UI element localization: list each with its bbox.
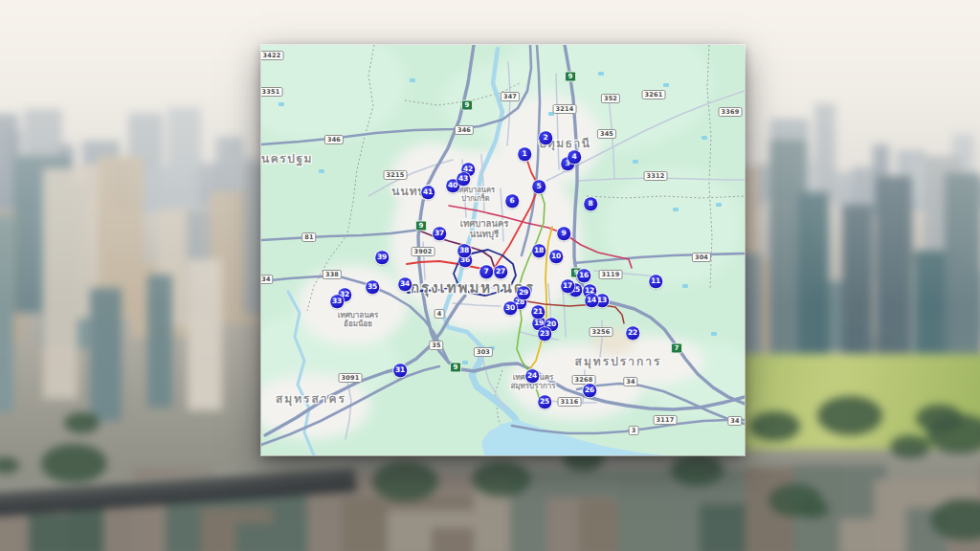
tree-clump [926, 414, 980, 453]
motorway-shield: 9 [415, 221, 427, 231]
building [43, 168, 78, 399]
place-label: เทศบาลนคร ปากเกร็ด [457, 187, 495, 203]
route-shield: 3256 [590, 327, 613, 337]
route-shield: 346 [324, 135, 344, 144]
map-marker-6[interactable]: 6 [505, 194, 519, 208]
map-marker-5[interactable]: 5 [532, 180, 546, 193]
route-shield: 3312 [644, 171, 668, 181]
route-shield: 34 [261, 275, 274, 284]
route-shield: 3117 [654, 415, 678, 425]
route-shield: 347 [501, 92, 520, 101]
route-shield: 3119 [599, 270, 623, 279]
map-marker-27[interactable]: 27 [494, 265, 507, 278]
map-marker-8[interactable]: 8 [584, 197, 597, 210]
tree-clump [372, 461, 438, 500]
route-shield: 81 [301, 232, 316, 242]
map-marker-1[interactable]: 1 [518, 147, 531, 161]
map-marker-16[interactable]: 16 [577, 269, 590, 282]
map-marker-11[interactable]: 11 [649, 275, 662, 288]
place-label: สมุทรสาคร [276, 393, 346, 407]
route-shield: 338 [323, 270, 342, 279]
map-marker-41[interactable]: 41 [421, 186, 434, 199]
map-marker-33[interactable]: 33 [330, 295, 344, 308]
map-marker-24[interactable]: 24 [525, 369, 539, 383]
map-marker-21[interactable]: 21 [531, 305, 545, 319]
place-label: เทศบาลนคร อ้อมน้อย [338, 311, 379, 328]
route-shield: 3261 [642, 90, 666, 99]
map-marker-4[interactable]: 4 [568, 150, 581, 164]
route-shield: 304 [692, 253, 711, 262]
tree-clump [817, 396, 882, 435]
map-marker-25[interactable]: 25 [538, 395, 551, 408]
tree-clump [41, 444, 107, 483]
route-shield: 4 [434, 309, 445, 319]
map-marker-9[interactable]: 9 [557, 227, 570, 240]
route-shield: 34 [623, 377, 637, 386]
motorway-shield: 9 [565, 72, 576, 82]
map-marker-39[interactable]: 39 [375, 251, 389, 264]
map-marker-7[interactable]: 7 [479, 265, 493, 278]
building [188, 259, 222, 410]
building [147, 275, 172, 408]
route-shield: 3091 [339, 373, 363, 383]
map-marker-43[interactable]: 43 [457, 172, 470, 186]
map-marker-37[interactable]: 37 [433, 227, 446, 240]
route-shield: 3 [629, 426, 639, 435]
building [90, 288, 122, 421]
place-label: สมุทรปราการ [575, 356, 662, 369]
map-marker-10[interactable]: 10 [549, 250, 563, 263]
motorway-shield: 7 [671, 343, 682, 354]
screenshot-root: นครปฐมปทุมธานีนนทบุรีสมุทรปราการสมุทรสาค… [0, 0, 980, 551]
map-marker-29[interactable]: 29 [517, 286, 530, 299]
route-shield: 3369 [719, 107, 743, 117]
tree-clump [768, 484, 822, 517]
map-marker-35[interactable]: 35 [366, 280, 379, 294]
route-shield: 3214 [553, 104, 577, 114]
place-label: นครปฐม [261, 153, 313, 166]
map-marker-38[interactable]: 38 [457, 244, 471, 257]
tree-clump [749, 411, 799, 441]
building [814, 103, 835, 199]
motorway-shield: 9 [461, 100, 473, 111]
tree-clump [472, 461, 531, 496]
route-shield: 346 [455, 125, 474, 135]
route-shield: 3351 [261, 87, 282, 97]
route-shield: 352 [601, 94, 620, 103]
route-shield: 3422 [261, 51, 283, 60]
route-shield: 3215 [384, 170, 408, 180]
route-shield: 3902 [412, 247, 435, 256]
map-marker-23[interactable]: 23 [538, 327, 551, 341]
map-marker-14[interactable]: 14 [585, 294, 598, 307]
map-marker-31[interactable]: 31 [393, 364, 407, 377]
tree-clump [64, 412, 100, 433]
bangkok-map-panel[interactable]: นครปฐมปทุมธานีนนทบุรีสมุทรปราการสมุทรสาค… [261, 45, 745, 455]
map-marker-18[interactable]: 18 [532, 244, 546, 257]
route-shield: 303 [474, 347, 493, 357]
map-marker-30[interactable]: 30 [503, 301, 517, 315]
map-marker-26[interactable]: 26 [583, 384, 596, 397]
tree-clump [890, 435, 929, 459]
motorway-shield: 9 [450, 363, 461, 373]
place-label: เทศบาลนคร นนทบุรี [460, 219, 509, 240]
route-shield: 34 [727, 416, 742, 426]
route-shield: 35 [429, 341, 443, 350]
route-shield: 3268 [572, 375, 596, 385]
building [852, 166, 873, 209]
building [0, 215, 13, 412]
map-marker-34[interactable]: 34 [398, 277, 412, 291]
map-marker-2[interactable]: 2 [539, 131, 552, 144]
map-marker-17[interactable]: 17 [561, 279, 574, 293]
route-shield: 345 [597, 129, 616, 139]
map-marker-22[interactable]: 22 [626, 326, 639, 340]
map-overlay: นครปฐมปทุมธานีนนทบุรีสมุทรปราการสมุทรสาค… [261, 45, 745, 455]
route-shield: 3116 [558, 397, 582, 407]
